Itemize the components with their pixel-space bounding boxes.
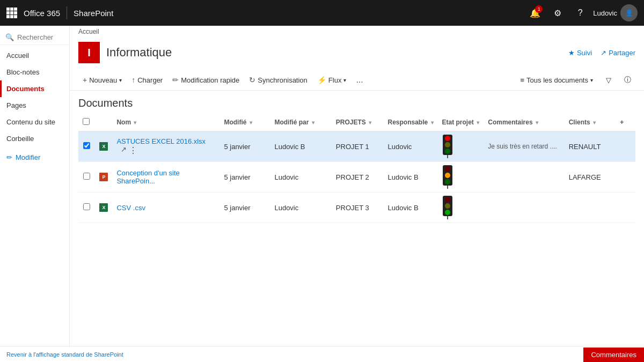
row-checkbox[interactable] xyxy=(83,203,90,210)
star-icon: ★ xyxy=(568,49,575,57)
share-row-icon[interactable]: ↗ xyxy=(121,145,127,156)
view-label: Tous les documents xyxy=(526,76,588,84)
row-name-cell[interactable]: Conception d'un site SharePoin... xyxy=(112,162,219,193)
charger-label: Charger xyxy=(137,76,163,84)
more-button[interactable]: ... xyxy=(352,72,367,88)
row-checkbox[interactable] xyxy=(83,142,90,149)
modification-rapide-button[interactable]: ✏ Modification rapide xyxy=(168,72,244,87)
row-client-cell: LAFARGE xyxy=(565,162,616,193)
main-layout: 🔍 Accueil Bloc-notes Documents Pages Con… xyxy=(0,26,644,362)
row-name-cell[interactable]: ASTUCES EXCEL 2016.xlsx ↗ ⋮ xyxy=(112,131,219,162)
row-modified-cell: 5 janvier xyxy=(219,131,270,162)
file-name-link[interactable]: Conception d'un site SharePoin... xyxy=(116,169,179,185)
info-button[interactable]: ⓘ xyxy=(620,72,635,88)
sidebar-search-container: 🔍 xyxy=(0,30,69,45)
info-icon: ⓘ xyxy=(624,75,631,85)
col-projets[interactable]: PROJETS ▾ xyxy=(332,114,384,131)
search-input[interactable] xyxy=(17,33,64,41)
modification-rapide-label: Modification rapide xyxy=(181,76,239,84)
top-navigation: Office 365 SharePoint 🔔 1 ⚙ ? Ludovic 👤 xyxy=(0,0,644,26)
col-modifie[interactable]: Modifié ▾ xyxy=(219,114,270,131)
nouveau-button[interactable]: + Nouveau ▾ xyxy=(78,72,126,87)
col-checkbox[interactable] xyxy=(78,114,95,131)
file-name-link[interactable]: CSV .csv xyxy=(116,204,145,212)
partager-button[interactable]: ↗ Partager xyxy=(601,49,635,57)
notifications-button[interactable]: 🔔 1 xyxy=(525,3,545,23)
modifie-par-sort-icon: ▾ xyxy=(312,120,314,125)
charger-button[interactable]: ↑ Charger xyxy=(127,72,167,87)
app-grid-icon[interactable] xyxy=(6,8,17,18)
user-name-label[interactable]: Ludovic xyxy=(593,9,617,17)
sidebar-accueil-label: Accueil xyxy=(6,51,29,60)
flux-label: Flux xyxy=(328,76,342,84)
col-add[interactable]: + xyxy=(616,114,635,131)
row-projet-cell: PROJET 1 xyxy=(332,131,384,162)
row-checkbox-cell[interactable] xyxy=(78,193,95,223)
row-checkbox-cell[interactable] xyxy=(78,162,95,193)
sidebar-item-pages[interactable]: Pages xyxy=(0,97,69,114)
sidebar-bloc-notes-label: Bloc-notes xyxy=(6,68,39,76)
traffic-light-indicator xyxy=(442,196,453,219)
col-clients[interactable]: Clients ▾ xyxy=(565,114,616,131)
sidebar-item-documents[interactable]: Documents xyxy=(0,80,69,97)
row-etat-cell xyxy=(438,162,484,193)
standard-view-link[interactable]: Revenir à l'affichage standard de ShareP… xyxy=(6,351,123,358)
flux-button[interactable]: ⚡ Flux ▾ xyxy=(313,72,351,87)
documents-section: Documents Nom ▾ Modifié xyxy=(70,91,644,362)
share-icon: ↗ xyxy=(601,49,606,57)
flux-chevron-icon: ▾ xyxy=(343,77,346,83)
view-selector[interactable]: ≡ Tous les documents ▾ xyxy=(516,73,598,87)
sidebar-item-contenu[interactable]: Contenu du site xyxy=(0,114,69,130)
table-row[interactable]: X ASTUCES EXCEL 2016.xlsx ↗ ⋮ 5 janvier … xyxy=(78,131,635,162)
help-button[interactable]: ? xyxy=(570,3,590,23)
upload-icon: ↑ xyxy=(131,76,135,84)
user-avatar[interactable]: 👤 xyxy=(620,4,638,21)
row-responsable-cell: Ludovic B xyxy=(383,162,437,193)
filter-icon: ▽ xyxy=(606,76,611,84)
page-title: Informatique xyxy=(106,46,172,60)
list-icon: ≡ xyxy=(521,76,525,84)
office-label[interactable]: Office 365 xyxy=(24,9,60,18)
sidebar-item-accueil[interactable]: Accueil xyxy=(0,47,69,64)
search-icon: 🔍 xyxy=(5,33,14,41)
row-checkbox-cell[interactable] xyxy=(78,131,95,162)
row-etat-cell xyxy=(438,131,484,162)
excel-icon: X xyxy=(99,142,108,151)
synchronisation-button[interactable]: ↻ Synchronisation xyxy=(245,72,312,87)
table-row[interactable]: P Conception d'un site SharePoin... 5 ja… xyxy=(78,162,635,193)
gear-icon: ⚙ xyxy=(554,8,561,18)
partager-label: Partager xyxy=(609,49,635,57)
table-row[interactable]: X CSV .csv 5 janvier Ludovic PROJET 3 Lu… xyxy=(78,193,635,223)
col-commentaires[interactable]: Commentaires ▾ xyxy=(484,114,564,131)
modifier-button[interactable]: ✏ Modifier xyxy=(0,149,69,166)
sharepoint-label[interactable]: SharePoint xyxy=(74,9,113,18)
commentaires-sort-icon: ▾ xyxy=(536,120,538,125)
sidebar-item-corbeille[interactable]: Corbeille xyxy=(0,130,69,147)
suivi-button[interactable]: ★ Suivi xyxy=(568,49,592,57)
more-row-icon[interactable]: ⋮ xyxy=(129,145,137,156)
documents-title: Documents xyxy=(78,91,635,114)
comments-panel-button[interactable]: Commentaires xyxy=(583,348,644,362)
site-icon: I xyxy=(78,42,100,63)
settings-button[interactable]: ⚙ xyxy=(548,3,567,23)
row-checkbox[interactable] xyxy=(83,173,90,180)
sidebar-corbeille-label: Corbeille xyxy=(6,135,34,143)
col-nom[interactable]: Nom ▾ xyxy=(112,114,219,131)
row-name-cell[interactable]: CSV .csv xyxy=(112,193,219,223)
documents-table: Nom ▾ Modifié ▾ Modifié par ▾ PROJETS xyxy=(78,114,635,223)
filter-button[interactable]: ▽ xyxy=(602,73,616,87)
col-modifie-par[interactable]: Modifié par ▾ xyxy=(270,114,331,131)
document-rows: X ASTUCES EXCEL 2016.xlsx ↗ ⋮ 5 janvier … xyxy=(78,131,635,223)
projets-sort-icon: ▾ xyxy=(369,120,371,125)
sidebar-item-bloc-notes[interactable]: Bloc-notes xyxy=(0,64,69,80)
sidebar-pages-label: Pages xyxy=(6,101,26,109)
breadcrumb-text[interactable]: Accueil xyxy=(78,28,99,35)
toolbar: + Nouveau ▾ ↑ Charger ✏ Modification rap… xyxy=(70,70,644,91)
file-name-link[interactable]: ASTUCES EXCEL 2016.xlsx xyxy=(116,137,206,145)
etat-sort-icon: ▾ xyxy=(477,120,479,125)
select-all-checkbox[interactable] xyxy=(83,118,90,125)
col-etat-projet[interactable]: Etat projet ▾ xyxy=(438,114,484,131)
add-column-icon[interactable]: + xyxy=(620,119,624,126)
row-responsable-cell: Ludovic xyxy=(383,131,437,162)
col-responsable[interactable]: Responsable ▾ xyxy=(383,114,437,131)
